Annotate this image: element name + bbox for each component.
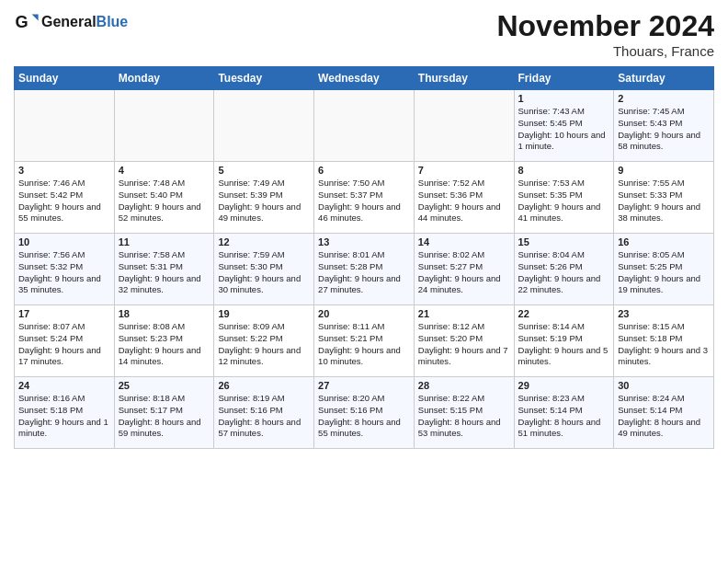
cell-week4-day6: 23 Sunrise: 8:15 AMSunset: 5:18 PMDaylig…	[614, 305, 714, 377]
day-number: 20	[318, 308, 410, 319]
day-number: 23	[618, 308, 710, 319]
day-info: Sunrise: 7:43 AMSunset: 5:45 PMDaylight:…	[518, 106, 610, 153]
day-number: 6	[318, 165, 410, 176]
day-number: 4	[119, 165, 210, 176]
day-info: Sunrise: 7:48 AMSunset: 5:40 PMDaylight:…	[119, 178, 210, 224]
day-info: Sunrise: 8:01 AMSunset: 5:28 PMDaylight:…	[318, 249, 410, 296]
day-number: 10	[18, 236, 110, 247]
cell-week4-day5: 22 Sunrise: 8:14 AMSunset: 5:19 PMDaylig…	[514, 305, 614, 377]
cell-week3-day1: 11 Sunrise: 7:58 AMSunset: 5:31 PMDaylig…	[114, 234, 214, 305]
day-info: Sunrise: 8:24 AMSunset: 5:14 PMDaylight:…	[618, 393, 710, 440]
col-sunday: Sunday	[15, 67, 115, 90]
day-info: Sunrise: 8:23 AMSunset: 5:14 PMDaylight:…	[518, 393, 610, 440]
day-info: Sunrise: 8:12 AMSunset: 5:20 PMDaylight:…	[418, 321, 510, 368]
cell-week5-day2: 26 Sunrise: 8:19 AMSunset: 5:16 PMDaylig…	[214, 377, 314, 449]
svg-marker-1	[32, 15, 39, 21]
logo-blue: Blue	[97, 14, 129, 29]
logo: G GeneralBlue	[14, 9, 128, 35]
day-number: 17	[18, 308, 110, 319]
day-info: Sunrise: 7:55 AMSunset: 5:33 PMDaylight:…	[618, 178, 710, 224]
day-number: 5	[218, 165, 310, 176]
cell-week1-day1	[114, 90, 214, 162]
cell-week3-day5: 15 Sunrise: 8:04 AMSunset: 5:26 PMDaylig…	[514, 234, 614, 305]
day-number: 30	[618, 380, 710, 391]
col-tuesday: Tuesday	[214, 67, 314, 90]
day-number: 22	[518, 308, 610, 319]
day-number: 2	[618, 93, 710, 104]
cell-week1-day5: 1 Sunrise: 7:43 AMSunset: 5:45 PMDayligh…	[514, 90, 614, 162]
day-info: Sunrise: 8:20 AMSunset: 5:16 PMDaylight:…	[318, 393, 410, 440]
day-number: 28	[418, 380, 510, 391]
day-number: 21	[418, 308, 510, 319]
col-saturday: Saturday	[614, 67, 714, 90]
logo-icon: G	[14, 9, 40, 35]
day-info: Sunrise: 8:04 AMSunset: 5:26 PMDaylight:…	[518, 249, 610, 296]
cell-week2-day0: 3 Sunrise: 7:46 AMSunset: 5:42 PMDayligh…	[15, 162, 115, 234]
cell-week5-day4: 28 Sunrise: 8:22 AMSunset: 5:15 PMDaylig…	[414, 377, 514, 449]
col-friday: Friday	[514, 67, 614, 90]
day-number: 13	[318, 236, 410, 247]
cell-week3-day4: 14 Sunrise: 8:02 AMSunset: 5:27 PMDaylig…	[414, 234, 514, 305]
cell-week3-day0: 10 Sunrise: 7:56 AMSunset: 5:32 PMDaylig…	[15, 234, 115, 305]
day-info: Sunrise: 7:52 AMSunset: 5:36 PMDaylight:…	[418, 178, 510, 224]
calendar-header-row: Sunday Monday Tuesday Wednesday Thursday…	[15, 67, 714, 90]
day-info: Sunrise: 8:19 AMSunset: 5:16 PMDaylight:…	[218, 393, 310, 440]
cell-week4-day0: 17 Sunrise: 8:07 AMSunset: 5:24 PMDaylig…	[15, 305, 115, 377]
day-number: 1	[518, 93, 610, 104]
day-number: 19	[218, 308, 310, 319]
day-number: 27	[318, 380, 410, 391]
day-info: Sunrise: 8:07 AMSunset: 5:24 PMDaylight:…	[18, 321, 110, 368]
day-number: 3	[18, 165, 110, 176]
day-info: Sunrise: 7:59 AMSunset: 5:30 PMDaylight:…	[218, 249, 310, 296]
svg-text:G: G	[15, 13, 28, 31]
day-info: Sunrise: 8:08 AMSunset: 5:23 PMDaylight:…	[119, 321, 210, 368]
week-row-2: 3 Sunrise: 7:46 AMSunset: 5:42 PMDayligh…	[15, 162, 714, 234]
day-number: 9	[618, 165, 710, 176]
col-thursday: Thursday	[414, 67, 514, 90]
day-number: 25	[119, 380, 210, 391]
cell-week4-day3: 20 Sunrise: 8:11 AMSunset: 5:21 PMDaylig…	[314, 305, 415, 377]
day-info: Sunrise: 7:45 AMSunset: 5:43 PMDaylight:…	[618, 106, 710, 153]
day-info: Sunrise: 8:02 AMSunset: 5:27 PMDaylight:…	[418, 249, 510, 296]
day-number: 24	[18, 380, 110, 391]
cell-week2-day4: 7 Sunrise: 7:52 AMSunset: 5:36 PMDayligh…	[414, 162, 514, 234]
cell-week2-day6: 9 Sunrise: 7:55 AMSunset: 5:33 PMDayligh…	[614, 162, 714, 234]
cell-week1-day2	[214, 90, 314, 162]
cell-week1-day3	[314, 90, 415, 162]
day-number: 29	[518, 380, 610, 391]
day-info: Sunrise: 7:58 AMSunset: 5:31 PMDaylight:…	[119, 249, 210, 296]
day-number: 14	[418, 236, 510, 247]
day-number: 16	[618, 236, 710, 247]
cell-week2-day5: 8 Sunrise: 7:53 AMSunset: 5:35 PMDayligh…	[514, 162, 614, 234]
col-wednesday: Wednesday	[314, 67, 415, 90]
day-number: 26	[218, 380, 310, 391]
cell-week2-day3: 6 Sunrise: 7:50 AMSunset: 5:37 PMDayligh…	[314, 162, 415, 234]
cell-week5-day3: 27 Sunrise: 8:20 AMSunset: 5:16 PMDaylig…	[314, 377, 415, 449]
month-title: November 2024	[496, 9, 714, 43]
day-number: 18	[119, 308, 210, 319]
cell-week1-day0	[15, 90, 115, 162]
day-info: Sunrise: 8:09 AMSunset: 5:22 PMDaylight:…	[218, 321, 310, 368]
day-info: Sunrise: 7:56 AMSunset: 5:32 PMDaylight:…	[18, 249, 110, 296]
day-number: 8	[518, 165, 610, 176]
day-info: Sunrise: 8:14 AMSunset: 5:19 PMDaylight:…	[518, 321, 610, 368]
cell-week5-day0: 24 Sunrise: 8:16 AMSunset: 5:18 PMDaylig…	[15, 377, 115, 449]
day-info: Sunrise: 8:22 AMSunset: 5:15 PMDaylight:…	[418, 393, 510, 440]
cell-week1-day6: 2 Sunrise: 7:45 AMSunset: 5:43 PMDayligh…	[614, 90, 714, 162]
location: Thouars, France	[496, 43, 714, 59]
cell-week4-day2: 19 Sunrise: 8:09 AMSunset: 5:22 PMDaylig…	[214, 305, 314, 377]
cell-week5-day6: 30 Sunrise: 8:24 AMSunset: 5:14 PMDaylig…	[614, 377, 714, 449]
cell-week4-day4: 21 Sunrise: 8:12 AMSunset: 5:20 PMDaylig…	[414, 305, 514, 377]
day-info: Sunrise: 7:46 AMSunset: 5:42 PMDaylight:…	[18, 178, 110, 224]
cell-week1-day4	[414, 90, 514, 162]
cell-week3-day3: 13 Sunrise: 8:01 AMSunset: 5:28 PMDaylig…	[314, 234, 415, 305]
cell-week3-day6: 16 Sunrise: 8:05 AMSunset: 5:25 PMDaylig…	[614, 234, 714, 305]
week-row-4: 17 Sunrise: 8:07 AMSunset: 5:24 PMDaylig…	[15, 305, 714, 377]
day-info: Sunrise: 7:50 AMSunset: 5:37 PMDaylight:…	[318, 178, 410, 224]
day-info: Sunrise: 8:18 AMSunset: 5:17 PMDaylight:…	[119, 393, 210, 440]
title-block: November 2024 Thouars, France	[496, 9, 714, 59]
logo-general: General	[41, 14, 97, 29]
day-info: Sunrise: 7:49 AMSunset: 5:39 PMDaylight:…	[218, 178, 310, 224]
cell-week3-day2: 12 Sunrise: 7:59 AMSunset: 5:30 PMDaylig…	[214, 234, 314, 305]
week-row-5: 24 Sunrise: 8:16 AMSunset: 5:18 PMDaylig…	[15, 377, 714, 449]
